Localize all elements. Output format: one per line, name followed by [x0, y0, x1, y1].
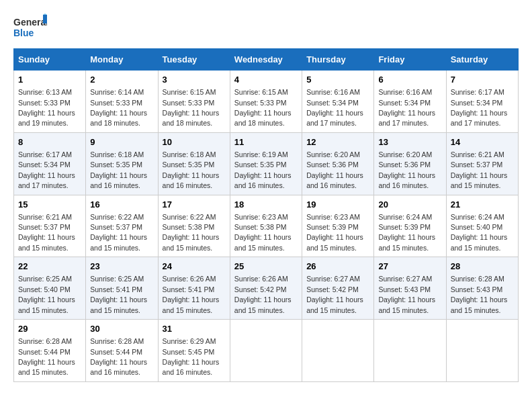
calendar-week-3: 15Sunrise: 6:21 AMSunset: 5:37 PMDayligh…: [14, 195, 519, 257]
logo: General Blue: [13, 13, 47, 42]
svg-text:Blue: Blue: [13, 28, 34, 38]
day-number: 16: [90, 199, 153, 211]
cell-info: Sunrise: 6:28 AMSunset: 5:44 PMDaylight:…: [18, 337, 75, 376]
cell-info: Sunrise: 6:21 AMSunset: 5:37 PMDaylight:…: [451, 150, 508, 189]
day-number: 20: [378, 199, 441, 211]
day-number: 29: [18, 323, 81, 335]
calendar-cell: [230, 320, 302, 382]
calendar-cell: [302, 320, 374, 382]
calendar: SundayMondayTuesdayWednesdayThursdayFrid…: [13, 48, 519, 382]
calendar-cell: 3Sunrise: 6:15 AMSunset: 5:33 PMDaylight…: [158, 71, 230, 133]
calendar-cell: 19Sunrise: 6:23 AMSunset: 5:39 PMDayligh…: [302, 195, 374, 257]
calendar-cell: 8Sunrise: 6:17 AMSunset: 5:34 PMDaylight…: [14, 132, 86, 195]
svg-marker-3: [43, 13, 47, 15]
cell-info: Sunrise: 6:22 AMSunset: 5:37 PMDaylight:…: [90, 213, 147, 252]
day-number: 28: [451, 261, 514, 273]
day-number: 1: [18, 74, 81, 86]
day-number: 23: [90, 261, 153, 273]
calendar-cell: 14Sunrise: 6:21 AMSunset: 5:37 PMDayligh…: [446, 132, 518, 195]
day-number: 18: [234, 199, 298, 211]
calendar-cell: [374, 320, 446, 382]
header: General Blue: [13, 13, 519, 42]
cell-info: Sunrise: 6:20 AMSunset: 5:36 PMDaylight:…: [378, 150, 435, 189]
cell-info: Sunrise: 6:18 AMSunset: 5:35 PMDaylight:…: [90, 150, 147, 189]
calendar-cell: 9Sunrise: 6:18 AMSunset: 5:35 PMDaylight…: [86, 132, 158, 195]
cell-info: Sunrise: 6:23 AMSunset: 5:39 PMDaylight:…: [306, 213, 363, 252]
cell-info: Sunrise: 6:24 AMSunset: 5:40 PMDaylight:…: [451, 213, 508, 252]
cell-info: Sunrise: 6:17 AMSunset: 5:34 PMDaylight:…: [451, 88, 508, 127]
calendar-week-1: 1Sunrise: 6:13 AMSunset: 5:33 PMDaylight…: [14, 71, 519, 133]
weekday-header-sunday: Sunday: [14, 49, 86, 71]
day-number: 9: [90, 136, 153, 148]
logo-svg: General Blue: [13, 13, 47, 42]
calendar-cell: 22Sunrise: 6:25 AMSunset: 5:40 PMDayligh…: [14, 257, 86, 320]
calendar-cell: 30Sunrise: 6:28 AMSunset: 5:44 PMDayligh…: [86, 320, 158, 382]
calendar-cell: 12Sunrise: 6:20 AMSunset: 5:36 PMDayligh…: [302, 132, 374, 195]
cell-info: Sunrise: 6:14 AMSunset: 5:33 PMDaylight:…: [90, 88, 147, 127]
day-number: 14: [451, 136, 514, 148]
cell-info: Sunrise: 6:15 AMSunset: 5:33 PMDaylight:…: [234, 88, 292, 127]
cell-info: Sunrise: 6:16 AMSunset: 5:34 PMDaylight:…: [378, 88, 435, 127]
calendar-cell: 2Sunrise: 6:14 AMSunset: 5:33 PMDaylight…: [86, 71, 158, 133]
calendar-cell: 15Sunrise: 6:21 AMSunset: 5:37 PMDayligh…: [14, 195, 86, 257]
cell-info: Sunrise: 6:24 AMSunset: 5:39 PMDaylight:…: [378, 213, 435, 252]
calendar-cell: 6Sunrise: 6:16 AMSunset: 5:34 PMDaylight…: [374, 71, 446, 133]
cell-info: Sunrise: 6:27 AMSunset: 5:43 PMDaylight:…: [378, 275, 435, 314]
day-number: 27: [378, 261, 441, 273]
cell-info: Sunrise: 6:27 AMSunset: 5:42 PMDaylight:…: [306, 275, 363, 314]
cell-info: Sunrise: 6:25 AMSunset: 5:41 PMDaylight:…: [90, 275, 147, 314]
cell-info: Sunrise: 6:20 AMSunset: 5:36 PMDaylight:…: [306, 150, 363, 189]
cell-info: Sunrise: 6:15 AMSunset: 5:33 PMDaylight:…: [163, 88, 220, 127]
cell-info: Sunrise: 6:28 AMSunset: 5:44 PMDaylight:…: [90, 337, 147, 376]
weekday-header-tuesday: Tuesday: [158, 49, 230, 71]
day-number: 17: [163, 199, 226, 211]
cell-info: Sunrise: 6:16 AMSunset: 5:34 PMDaylight:…: [306, 88, 363, 127]
calendar-cell: 26Sunrise: 6:27 AMSunset: 5:42 PMDayligh…: [302, 257, 374, 320]
cell-info: Sunrise: 6:21 AMSunset: 5:37 PMDaylight:…: [18, 213, 75, 252]
day-number: 31: [163, 323, 226, 335]
calendar-cell: 4Sunrise: 6:15 AMSunset: 5:33 PMDaylight…: [230, 71, 302, 133]
calendar-cell: 7Sunrise: 6:17 AMSunset: 5:34 PMDaylight…: [446, 71, 518, 133]
calendar-cell: 11Sunrise: 6:19 AMSunset: 5:35 PMDayligh…: [230, 132, 302, 195]
day-number: 21: [451, 199, 514, 211]
calendar-cell: 24Sunrise: 6:26 AMSunset: 5:41 PMDayligh…: [158, 257, 230, 320]
calendar-cell: 1Sunrise: 6:13 AMSunset: 5:33 PMDaylight…: [14, 71, 86, 133]
weekday-header-friday: Friday: [374, 49, 446, 71]
calendar-cell: 23Sunrise: 6:25 AMSunset: 5:41 PMDayligh…: [86, 257, 158, 320]
day-number: 13: [378, 136, 441, 148]
weekday-header-monday: Monday: [86, 49, 158, 71]
calendar-cell: 20Sunrise: 6:24 AMSunset: 5:39 PMDayligh…: [374, 195, 446, 257]
weekday-header-wednesday: Wednesday: [230, 49, 302, 71]
day-number: 30: [90, 323, 153, 335]
day-number: 6: [378, 74, 441, 86]
cell-info: Sunrise: 6:19 AMSunset: 5:35 PMDaylight:…: [234, 150, 292, 189]
calendar-cell: 29Sunrise: 6:28 AMSunset: 5:44 PMDayligh…: [14, 320, 86, 382]
cell-info: Sunrise: 6:25 AMSunset: 5:40 PMDaylight:…: [18, 275, 75, 314]
calendar-cell: 25Sunrise: 6:26 AMSunset: 5:42 PMDayligh…: [230, 257, 302, 320]
calendar-cell: 5Sunrise: 6:16 AMSunset: 5:34 PMDaylight…: [302, 71, 374, 133]
calendar-cell: 17Sunrise: 6:22 AMSunset: 5:38 PMDayligh…: [158, 195, 230, 257]
calendar-cell: 10Sunrise: 6:18 AMSunset: 5:35 PMDayligh…: [158, 132, 230, 195]
day-number: 19: [306, 199, 369, 211]
calendar-week-2: 8Sunrise: 6:17 AMSunset: 5:34 PMDaylight…: [14, 132, 519, 195]
calendar-cell: 27Sunrise: 6:27 AMSunset: 5:43 PMDayligh…: [374, 257, 446, 320]
cell-info: Sunrise: 6:26 AMSunset: 5:42 PMDaylight:…: [234, 275, 292, 314]
cell-info: Sunrise: 6:13 AMSunset: 5:33 PMDaylight:…: [18, 88, 75, 127]
day-number: 2: [90, 74, 153, 86]
cell-info: Sunrise: 6:23 AMSunset: 5:38 PMDaylight:…: [234, 213, 292, 252]
day-number: 15: [18, 199, 81, 211]
cell-info: Sunrise: 6:18 AMSunset: 5:35 PMDaylight:…: [163, 150, 220, 189]
day-number: 4: [234, 74, 298, 86]
weekday-header-thursday: Thursday: [302, 49, 374, 71]
cell-info: Sunrise: 6:26 AMSunset: 5:41 PMDaylight:…: [163, 275, 220, 314]
svg-marker-2: [43, 15, 47, 24]
calendar-week-5: 29Sunrise: 6:28 AMSunset: 5:44 PMDayligh…: [14, 320, 519, 382]
day-number: 24: [163, 261, 226, 273]
calendar-cell: 13Sunrise: 6:20 AMSunset: 5:36 PMDayligh…: [374, 132, 446, 195]
calendar-cell: 18Sunrise: 6:23 AMSunset: 5:38 PMDayligh…: [230, 195, 302, 257]
calendar-cell: 16Sunrise: 6:22 AMSunset: 5:37 PMDayligh…: [86, 195, 158, 257]
cell-info: Sunrise: 6:29 AMSunset: 5:45 PMDaylight:…: [163, 337, 220, 376]
cell-info: Sunrise: 6:28 AMSunset: 5:43 PMDaylight:…: [451, 275, 508, 314]
calendar-cell: [446, 320, 518, 382]
day-number: 7: [451, 74, 514, 86]
